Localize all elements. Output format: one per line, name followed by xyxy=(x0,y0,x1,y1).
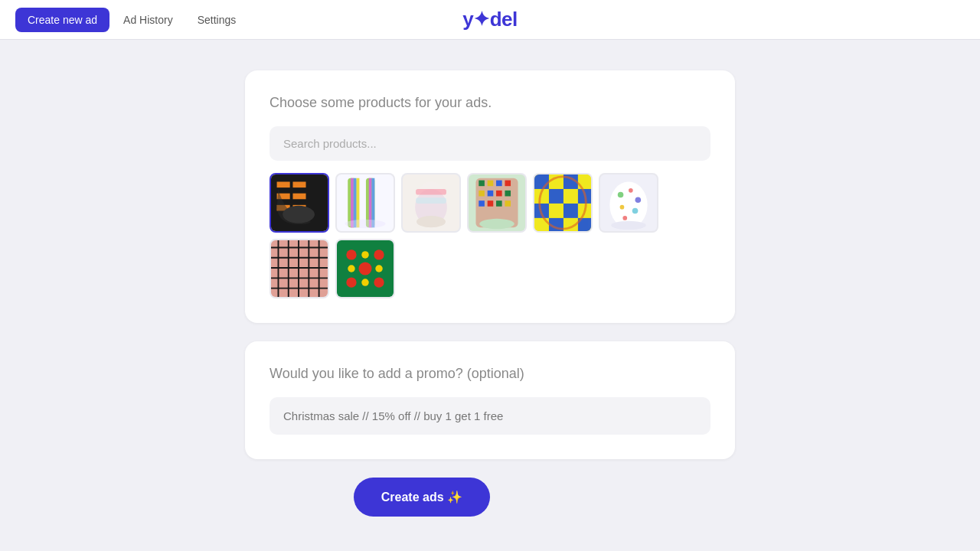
product-thumb-6[interactable] xyxy=(599,173,658,233)
search-input[interactable] xyxy=(270,126,710,161)
svg-point-63 xyxy=(622,216,627,220)
product-thumb-5[interactable] xyxy=(533,173,593,233)
svg-point-85 xyxy=(361,251,368,258)
logo-text-2: del xyxy=(490,8,518,31)
svg-point-7 xyxy=(283,206,315,223)
svg-rect-35 xyxy=(496,201,502,207)
product-thumb-1[interactable] xyxy=(270,173,329,233)
footer-row: Create ads ✨ xyxy=(245,478,735,517)
create-ads-button[interactable]: Create ads ✨ xyxy=(354,478,490,517)
promo-card-title: Would you like to add a promo? (optional… xyxy=(270,366,710,382)
products-card-title: Choose some products for your ads. xyxy=(270,95,710,111)
svg-point-83 xyxy=(348,265,354,272)
svg-point-82 xyxy=(358,262,371,275)
product-thumb-8[interactable] xyxy=(335,239,395,298)
promo-card: Would you like to add a promo? (optional… xyxy=(245,341,735,459)
svg-point-22 xyxy=(416,216,446,227)
logo-star: ✦ xyxy=(473,8,490,31)
svg-rect-34 xyxy=(488,201,494,207)
svg-point-16 xyxy=(345,220,385,228)
svg-point-58 xyxy=(618,192,624,198)
svg-point-64 xyxy=(611,221,646,230)
svg-point-79 xyxy=(374,249,384,259)
svg-rect-33 xyxy=(479,201,485,207)
svg-point-55 xyxy=(540,177,586,229)
svg-rect-25 xyxy=(479,181,485,187)
svg-point-62 xyxy=(632,208,639,214)
svg-rect-29 xyxy=(479,191,485,197)
svg-rect-30 xyxy=(488,191,494,197)
create-new-ad-button[interactable]: Create new ad xyxy=(15,8,109,32)
svg-rect-1 xyxy=(277,181,290,187)
product-thumb-3[interactable] xyxy=(401,173,461,233)
promo-input[interactable] xyxy=(270,397,710,435)
svg-rect-4 xyxy=(292,181,305,187)
svg-rect-36 xyxy=(505,201,511,207)
svg-rect-10 xyxy=(351,178,354,228)
svg-rect-28 xyxy=(505,181,511,187)
nav-left: Create new ad Ad History Settings xyxy=(15,8,247,32)
svg-rect-32 xyxy=(505,191,511,197)
navbar: Create new ad Ad History Settings y✦del xyxy=(0,0,980,40)
svg-rect-31 xyxy=(496,191,502,197)
product-thumb-2[interactable] xyxy=(335,173,395,233)
svg-point-81 xyxy=(374,277,384,287)
svg-point-80 xyxy=(346,277,356,287)
svg-rect-27 xyxy=(496,181,502,187)
product-thumb-4[interactable] xyxy=(467,173,527,233)
svg-rect-21 xyxy=(416,197,446,204)
logo-text: y xyxy=(462,8,473,31)
svg-point-60 xyxy=(635,197,642,203)
svg-rect-5 xyxy=(292,194,305,200)
main-content: Choose some products for your ads. xyxy=(0,40,980,547)
settings-link[interactable]: Settings xyxy=(187,8,247,32)
svg-rect-20 xyxy=(416,189,446,195)
svg-rect-26 xyxy=(488,181,494,187)
svg-point-61 xyxy=(620,205,625,210)
logo: y✦del xyxy=(462,8,518,31)
svg-point-37 xyxy=(479,219,514,229)
svg-point-84 xyxy=(375,265,382,272)
ad-history-link[interactable]: Ad History xyxy=(113,8,184,32)
products-card: Choose some products for your ads. xyxy=(245,70,735,323)
svg-point-59 xyxy=(629,188,633,193)
svg-point-86 xyxy=(361,279,368,285)
svg-point-78 xyxy=(346,249,356,259)
product-grid xyxy=(270,173,710,298)
product-thumb-7[interactable] xyxy=(270,239,329,298)
